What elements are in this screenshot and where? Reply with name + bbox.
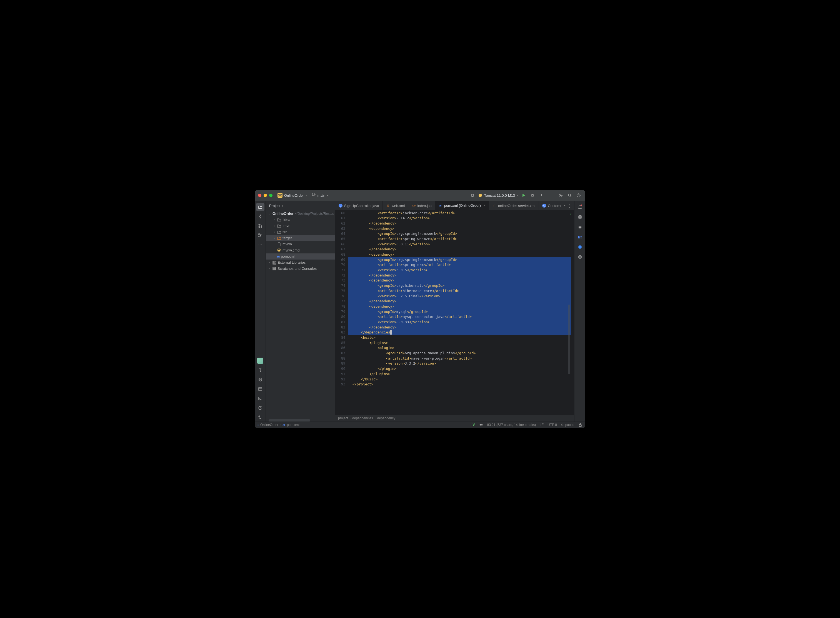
problems-tool-button[interactable] xyxy=(256,404,264,412)
editor-tab[interactable]: CSignUpController.java xyxy=(335,201,383,210)
tab-label: pom.xml (OnlineOrder) xyxy=(444,204,481,208)
editor-tab[interactable]: mpom.xml (OnlineOrder)× xyxy=(435,201,489,210)
folder-icon xyxy=(277,230,281,234)
chat-button[interactable] xyxy=(576,244,583,251)
structure-tool-button[interactable] xyxy=(256,231,264,239)
search-everywhere-button[interactable] xyxy=(566,192,573,199)
tree-item[interactable]: ›target xyxy=(266,235,335,241)
code-with-me-button[interactable] xyxy=(558,192,564,199)
expand-toggle[interactable]: › xyxy=(273,237,276,239)
ai-button[interactable] xyxy=(576,253,583,261)
close-tab-button[interactable]: × xyxy=(484,204,485,207)
maximize-window-button[interactable] xyxy=(269,194,273,197)
activity-icon[interactable] xyxy=(469,192,476,199)
editor-tab[interactable]: ⟨⟩web.xml xyxy=(383,201,409,210)
tree-label: Scratches and Consoles xyxy=(278,266,317,270)
tree-label: pom.xml xyxy=(281,254,294,258)
debug-button[interactable] xyxy=(529,192,536,199)
services-tool-button[interactable] xyxy=(256,376,264,384)
commit-tool-button[interactable] xyxy=(256,212,264,221)
build-tool-button[interactable] xyxy=(256,385,264,393)
minimize-window-button[interactable] xyxy=(264,194,267,197)
expand-toggle[interactable]: ⌄ xyxy=(268,212,270,215)
code-editor[interactable]: 6061626364656667686970717273747576777879… xyxy=(335,211,574,415)
lock-icon[interactable] xyxy=(578,423,582,427)
git-tool-button[interactable] xyxy=(256,413,264,422)
ai-icon xyxy=(578,255,582,259)
terminal-tool-button[interactable] xyxy=(256,394,264,403)
chevron-down-icon: ▾ xyxy=(306,194,307,197)
breadcrumb-item[interactable]: project xyxy=(338,416,348,420)
status-path-item[interactable]: pom.xml xyxy=(287,423,300,427)
svg-rect-15 xyxy=(261,235,262,236)
copilot-icon xyxy=(578,225,582,229)
chevron-right-icon: › xyxy=(280,423,281,426)
close-window-button[interactable] xyxy=(258,194,261,197)
editor-tab[interactable]: ⟨⟩onlineOrder-servlet.xml xyxy=(489,201,539,210)
expand-toggle[interactable]: › xyxy=(273,231,276,233)
tree-scratches[interactable]: › Scratches and Consoles xyxy=(266,266,335,272)
tree-item[interactable]: mvnw.cmd xyxy=(266,247,335,253)
run-config-selector[interactable]: Tomcat 11.0.0-M13 ▾ xyxy=(478,193,518,198)
database-tool-button[interactable] xyxy=(576,213,583,221)
more-right-tools-button[interactable]: ⋯ xyxy=(576,414,583,422)
project-tool-button[interactable] xyxy=(256,203,264,211)
project-tree[interactable]: ⌄ OnlineOrder ~/Desktop/Projects/Restau … xyxy=(266,211,335,419)
more-actions-button[interactable]: ⋮ xyxy=(538,192,545,199)
error-stripe[interactable]: ✓ xyxy=(571,211,574,415)
cursor-position[interactable]: 83:21 (537 chars, 14 line breaks) xyxy=(487,423,536,427)
database-icon xyxy=(578,215,582,219)
vertical-scrollbar[interactable] xyxy=(568,305,570,374)
svg-rect-14 xyxy=(258,236,260,237)
vcs-branch-selector[interactable]: main ▾ xyxy=(312,193,328,198)
tab-more-button[interactable]: ⋮ xyxy=(568,204,571,208)
editor-tab[interactable]: CCustomerDa xyxy=(539,201,561,210)
line-gutter[interactable]: 6061626364656667686970717273747576777879… xyxy=(335,211,348,415)
tab-dropdown-button[interactable]: ▾ xyxy=(564,204,565,207)
status-bar: ▫ OnlineOrder › m pom.xml V 83:21 (537 c… xyxy=(255,422,585,428)
maven-file-icon: m xyxy=(277,254,280,259)
notifications-button[interactable] xyxy=(576,204,583,211)
tree-item[interactable]: mpom.xml xyxy=(266,253,335,260)
expand-toggle[interactable]: › xyxy=(268,267,271,270)
tree-item[interactable]: ›.mvn xyxy=(266,223,335,229)
horizontal-scrollbar[interactable] xyxy=(269,419,310,422)
tree-external-libs[interactable]: › External Libraries xyxy=(266,260,335,266)
tree-label: target xyxy=(282,236,292,240)
tree-label: mvnw xyxy=(282,242,292,246)
file-encoding[interactable]: UTF-8 xyxy=(548,423,557,427)
breadcrumb-item[interactable]: dependencies xyxy=(352,416,373,420)
code-content[interactable]: <artifactId>jackson-core</artifactId> <v… xyxy=(348,211,571,415)
bookmarks-tool-button[interactable] xyxy=(256,366,264,374)
tree-item[interactable]: ›src xyxy=(266,229,335,235)
settings-button[interactable] xyxy=(575,192,582,199)
project-selector[interactable]: OO OnlineOrder ▾ xyxy=(278,193,307,198)
branch-icon xyxy=(312,193,316,198)
svg-point-0 xyxy=(312,194,313,195)
tree-item[interactable]: ›.idea xyxy=(266,217,335,223)
indent-settings[interactable]: 4 spaces xyxy=(561,423,574,427)
copilot-status-icon[interactable] xyxy=(479,423,483,427)
owl-plugin-button[interactable] xyxy=(256,357,264,365)
tree-root[interactable]: ⌄ OnlineOrder ~/Desktop/Projects/Restau xyxy=(266,211,335,217)
vim-indicator[interactable]: V xyxy=(473,423,475,427)
file-icon xyxy=(277,242,281,247)
expand-toggle[interactable]: › xyxy=(273,218,276,221)
run-button[interactable] xyxy=(520,192,527,199)
pull-requests-tool-button[interactable] xyxy=(256,222,264,230)
line-separator[interactable]: LF xyxy=(540,423,544,427)
breadcrumb-item[interactable]: dependency xyxy=(377,416,395,420)
status-path-item[interactable]: OnlineOrder xyxy=(260,423,278,427)
tree-label: mvnw.cmd xyxy=(282,248,300,252)
expand-toggle[interactable]: › xyxy=(273,224,276,227)
sidebar-header[interactable]: Project ▾ xyxy=(266,201,335,211)
maven-tool-button[interactable]: m xyxy=(576,233,583,241)
more-tools-button[interactable]: ⋯ xyxy=(256,241,264,249)
tree-label: .idea xyxy=(282,218,290,222)
editor-tab[interactable]: JSPindex.jsp xyxy=(408,201,435,210)
expand-toggle[interactable]: › xyxy=(268,261,271,264)
chevron-right-icon: › xyxy=(350,417,350,420)
copilot-button[interactable] xyxy=(576,223,583,231)
tree-item[interactable]: mvnw xyxy=(266,241,335,247)
svg-rect-24 xyxy=(274,261,275,264)
